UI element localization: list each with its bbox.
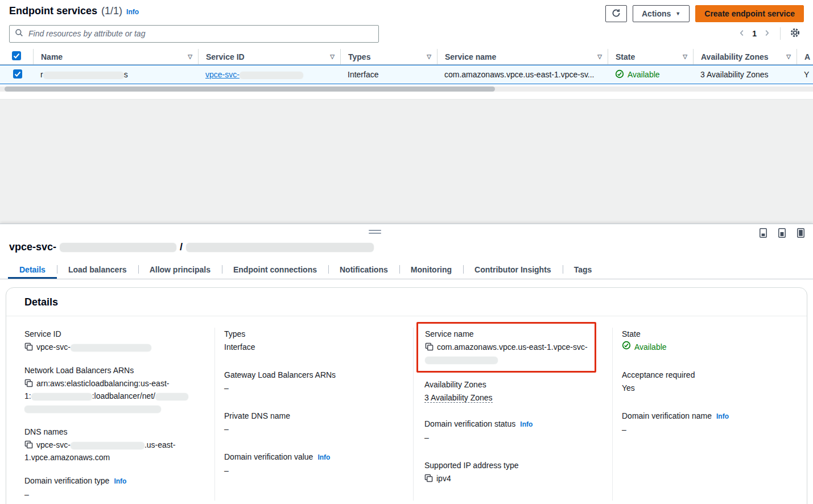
endpoint-services-list-section: Endpoint services (1/1) Info Actions ▼ C… xyxy=(0,0,813,99)
field-domain-verification-value: Domain verification value Info – xyxy=(224,451,404,477)
field-domain-verification-name: Domain verification name Info – xyxy=(622,410,798,436)
field-acceptance-required: Acceptance required Yes xyxy=(622,369,798,394)
field-types: Types Interface xyxy=(224,328,404,353)
status-badge: Available xyxy=(622,341,667,353)
copy-icon[interactable] xyxy=(24,379,36,389)
info-link[interactable]: Info xyxy=(114,475,126,488)
field-nlb-arns: Network Load Balancers ARNs arn:aws:elas… xyxy=(24,364,205,415)
chevron-right-icon xyxy=(763,29,771,39)
copy-icon[interactable] xyxy=(424,474,436,484)
check-circle-icon xyxy=(622,341,631,353)
details-card: Details Service ID vpce-svc- Network Loa… xyxy=(6,287,807,504)
column-header-types[interactable]: Types ▽ xyxy=(340,49,437,64)
refresh-icon xyxy=(612,9,621,19)
field-service-id: Service ID vpce-svc- xyxy=(24,328,205,353)
tab-details[interactable]: Details xyxy=(8,260,57,279)
cell-service-id: vpce-svc- xyxy=(198,70,340,79)
info-link[interactable]: Info xyxy=(317,451,330,464)
redacted-text xyxy=(71,442,145,449)
column-header-availability-zones[interactable]: Availability Zones ▽ xyxy=(693,49,797,64)
table-bottom-padding xyxy=(0,92,813,99)
refresh-button[interactable] xyxy=(605,5,627,22)
filter-icon[interactable]: ▽ xyxy=(188,53,192,60)
filter-icon[interactable]: ▽ xyxy=(683,53,687,60)
cell-service-name: com.amazonaws.vpce.us-east-1.vpce-sv... xyxy=(437,70,608,79)
gear-icon xyxy=(790,27,800,40)
status-badge: Available xyxy=(615,69,660,80)
tab-tags[interactable]: Tags xyxy=(563,260,604,279)
horizontal-scrollbar[interactable] xyxy=(0,86,813,92)
page-header: Endpoint services (1/1) Info Actions ▼ C… xyxy=(0,0,813,25)
tab-notifications[interactable]: Notifications xyxy=(328,260,399,279)
pagination: 1 xyxy=(734,26,804,41)
column-header-service-name[interactable]: Service name ▽ xyxy=(437,49,608,64)
chevron-left-icon xyxy=(738,29,746,39)
field-domain-verification-type: Domain verification type Info – xyxy=(24,474,205,501)
field-domain-verification-status: Domain verification status Info – xyxy=(424,418,603,444)
divider xyxy=(780,27,781,40)
field-service-name: Service name com.amazonaws.vpce.us-east-… xyxy=(425,328,588,366)
field-dns-names: DNS names vpce-svc-.us-east- 1.vpce.amaz… xyxy=(24,425,205,464)
panel-title: vpce-svc- / xyxy=(0,240,813,260)
select-all-checkbox[interactable] xyxy=(12,51,21,62)
availability-zones-link[interactable]: 3 Availability Zones xyxy=(424,393,493,403)
panel-size-large-button[interactable] xyxy=(797,228,804,238)
page-background-gap xyxy=(0,99,813,224)
details-column-3: Service name com.amazonaws.vpce.us-east-… xyxy=(414,328,613,501)
availability-zones-link[interactable]: 3 Availability Zones xyxy=(700,70,769,79)
panel-resize-handle[interactable] xyxy=(369,230,381,236)
redacted-text xyxy=(186,243,374,252)
panel-size-small-button[interactable] xyxy=(760,228,767,238)
column-header-state[interactable]: State ▽ xyxy=(608,49,693,64)
scrollbar-thumb[interactable] xyxy=(5,86,495,92)
tab-load-balancers[interactable]: Load balancers xyxy=(57,260,138,279)
previous-page-button[interactable] xyxy=(734,28,749,40)
service-name-highlight-box: Service name com.amazonaws.vpce.us-east-… xyxy=(416,322,596,373)
filter-icon[interactable]: ▽ xyxy=(597,53,602,60)
details-column-4: State Available Acceptance required Yes xyxy=(613,328,807,501)
service-id-link[interactable]: vpce-svc- xyxy=(205,70,303,79)
table-header-row: Name ▽ Service ID ▽ Types ▽ Service name… xyxy=(0,49,813,65)
info-link[interactable]: Info xyxy=(716,410,729,423)
actions-button[interactable]: Actions ▼ xyxy=(633,5,690,22)
redacted-text xyxy=(60,243,176,252)
search-icon xyxy=(15,28,23,39)
preferences-button[interactable] xyxy=(786,26,804,41)
details-heading: Details xyxy=(6,288,807,316)
filter-icon[interactable]: ▽ xyxy=(330,53,335,60)
split-panel-controls xyxy=(0,224,813,240)
resource-count: (1/1) xyxy=(101,5,122,17)
cell-availability-zones: 3 Availability Zones xyxy=(693,70,797,79)
redacted-text xyxy=(71,344,151,352)
cell-acceptance: Y xyxy=(797,70,813,79)
details-column-2: Types Interface Gateway Load Balancers A… xyxy=(215,328,414,501)
column-header-service-id[interactable]: Service ID ▽ xyxy=(198,49,340,64)
filter-icon[interactable]: ▽ xyxy=(786,53,791,60)
create-endpoint-service-button[interactable]: Create endpoint service xyxy=(695,5,804,22)
redacted-text xyxy=(24,406,161,413)
panel-size-medium-button[interactable] xyxy=(778,228,786,238)
next-page-button[interactable] xyxy=(760,28,774,40)
copy-icon[interactable] xyxy=(24,342,36,353)
row-checkbox[interactable] xyxy=(13,69,22,80)
tab-endpoint-connections[interactable]: Endpoint connections xyxy=(222,260,328,279)
copy-icon[interactable] xyxy=(425,342,437,353)
header-info-link[interactable]: Info xyxy=(126,8,139,16)
redacted-text xyxy=(31,393,92,400)
panel-tabs: Details Load balancers Allow principals … xyxy=(0,260,813,279)
chevron-down-icon: ▼ xyxy=(675,11,680,16)
column-header-acceptance[interactable]: A xyxy=(797,49,813,64)
tab-contributor-insights[interactable]: Contributor Insights xyxy=(463,260,563,279)
copy-icon[interactable] xyxy=(24,440,36,451)
column-header-name[interactable]: Name ▽ xyxy=(33,49,198,64)
redacted-text xyxy=(425,357,498,364)
filter-icon[interactable]: ▽ xyxy=(427,53,431,60)
redacted-text xyxy=(155,393,188,400)
tab-allow-principals[interactable]: Allow principals xyxy=(138,260,222,279)
info-link[interactable]: Info xyxy=(520,418,533,431)
tab-monitoring[interactable]: Monitoring xyxy=(399,260,463,279)
cell-name: rs xyxy=(33,70,198,79)
search-box[interactable] xyxy=(9,25,379,43)
search-input[interactable] xyxy=(27,28,373,39)
redacted-text xyxy=(43,72,124,79)
